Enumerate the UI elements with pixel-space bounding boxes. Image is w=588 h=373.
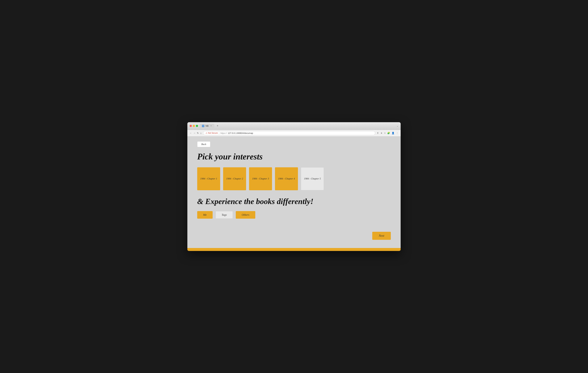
page-content: Back Pick your interests 1984 - Chapter … (187, 136, 401, 248)
footer-bar (187, 248, 401, 251)
traffic-lights (190, 125, 198, 127)
url-bar[interactable]: ⚠ Not Secure | https://127.0.0.1:8080/#/… (203, 131, 375, 135)
tag-button-tags[interactable]: Tags (216, 211, 233, 219)
next-button[interactable]: Next (372, 232, 391, 240)
chapter-card-3[interactable]: 1984 - Chapter 3 (249, 167, 272, 190)
tab-label: NB (206, 125, 209, 127)
chapter-card-4[interactable]: 1984 - Chapter 4 (275, 167, 298, 190)
bookmark-icon[interactable]: ★ (380, 132, 383, 134)
tab-dropdown-icon[interactable]: ⌄ (397, 125, 398, 127)
home-button[interactable]: ⌂ (200, 132, 201, 134)
address-bar: ← → ↻ ⌂ ⚠ Not Secure | https://127.0.0.1… (187, 130, 401, 136)
url-https: https:// (220, 132, 227, 134)
extensions-icon[interactable]: 🧩 (387, 132, 390, 134)
not-secure-indicator: ⚠ Not Secure (206, 132, 218, 134)
tab-close-button[interactable]: ✕ (210, 125, 212, 127)
minimize-traffic-light[interactable] (193, 125, 195, 127)
back-nav-button[interactable]: ← (190, 132, 192, 134)
forward-nav-button[interactable]: → (193, 132, 196, 134)
subtitle: & Experience the books differently! (197, 197, 391, 206)
share-icon[interactable]: ⬆ (377, 132, 379, 134)
chapter-card-5[interactable]: 1984 - Chapter 5 (301, 167, 324, 190)
back-button[interactable]: Back (197, 141, 210, 147)
chapter-cards-row: 1984 - Chapter 11984 - Chapter 21984 - C… (197, 167, 391, 190)
profile-icon[interactable]: 👤 (392, 132, 394, 134)
new-tab-button[interactable]: + (215, 124, 220, 128)
maximize-traffic-light[interactable] (196, 125, 198, 127)
chapter-card-1[interactable]: 1984 - Chapter 1 (197, 167, 220, 190)
browser-titlebar: N NB ✕ + ⌄ (187, 122, 401, 130)
chapter-card-2[interactable]: 1984 - Chapter 2 (223, 167, 246, 190)
tab-favicon: N (202, 125, 204, 127)
reader-icon[interactable]: ≡ (384, 132, 386, 134)
tab-bar: N NB ✕ + ⌄ (200, 124, 398, 128)
address-bar-actions: ⬆ ★ ≡ 🧩 👤 ⋮ (377, 132, 398, 134)
close-traffic-light[interactable] (190, 125, 192, 127)
nav-buttons: ← → ↻ ⌂ (190, 132, 201, 134)
menu-icon[interactable]: ⋮ (396, 132, 398, 134)
reload-button[interactable]: ↻ (197, 132, 199, 134)
page-title: Pick your interests (197, 152, 391, 161)
browser-window: N NB ✕ + ⌄ ← → ↻ ⌂ ⚠ Not Secure | https:… (187, 122, 401, 251)
active-tab[interactable]: N NB ✕ (200, 124, 214, 128)
url-path: 127.0.0.1:8080/#/documap (228, 132, 253, 134)
tags-row: MeTagsOthers (197, 211, 391, 219)
tag-button-me[interactable]: Me (197, 211, 213, 219)
tag-button-others[interactable]: Others (236, 211, 255, 219)
url-separator: | (219, 132, 219, 134)
